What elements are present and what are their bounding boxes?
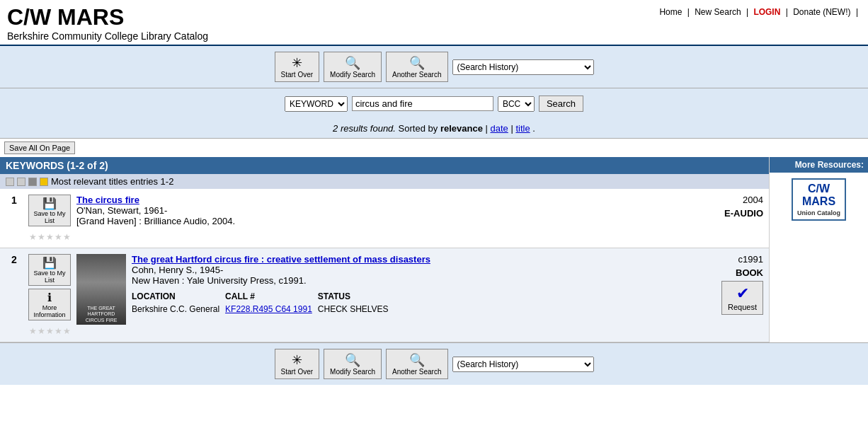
item-right-2: c1991 BOOK ✔ Request [699, 254, 763, 315]
search-history-select[interactable]: (Search History) [452, 59, 594, 75]
nav-donate[interactable]: Donate (NEW!) [793, 7, 850, 17]
bottom-another-search-label: Another Search [392, 368, 442, 376]
nav-new-search[interactable]: New Search [695, 7, 741, 17]
start-over-icon: ✳ [292, 55, 302, 71]
save-btn-area-2: 💾 Save to My List ℹ More Information ★ ★… [28, 254, 71, 336]
star-2-4: ★ [55, 326, 62, 336]
sidebar-header: More Resources: [770, 157, 868, 173]
sort-date[interactable]: date [491, 123, 508, 134]
item-date-2: c1991 [707, 254, 763, 265]
request-label: Request [728, 303, 757, 311]
another-search-label: Another Search [392, 71, 442, 79]
another-search-icon: 🔍 [409, 55, 425, 71]
modify-search-icon: 🔍 [345, 55, 360, 71]
save-icon-2: 💾 [32, 256, 67, 270]
top-bar: C/W MARS Berkshire Community College Lib… [0, 0, 868, 46]
star-4: ★ [55, 232, 62, 242]
result-item-1: 1 💾 Save to My List ★ ★ ★ ★ ★ The circus… [0, 189, 769, 248]
star-2-5: ★ [63, 326, 71, 336]
start-over-label: Start Over [281, 71, 314, 79]
request-button-2[interactable]: ✔ Request [721, 281, 763, 315]
save-all-button[interactable]: Save All On Page [4, 141, 75, 154]
more-info-button-2[interactable]: ℹ More Information [28, 289, 71, 320]
sort-relevance: relevance [440, 123, 483, 134]
item-thumbnail-2: THE GREATHARTFORDCIRCUS FIRE [76, 254, 126, 325]
bottom-another-search-icon: 🔍 [409, 352, 425, 368]
rating-icon-2 [17, 178, 25, 186]
rating-icon-1 [6, 178, 14, 186]
logo-mars: MARS [802, 195, 835, 207]
results-found: 2 results found. [333, 123, 396, 134]
bottom-start-over-button[interactable]: ✳ Start Over [275, 349, 320, 379]
sidebar-logo-area: C/W MARS Union Catalog [770, 173, 868, 226]
logo-area: C/W MARS Berkshire Community College Lib… [7, 4, 208, 42]
cw-mars-logo[interactable]: C/W MARS Union Catalog [792, 178, 846, 221]
call-header: CALL # [225, 290, 318, 303]
save-icon-1: 💾 [32, 197, 67, 210]
bottom-search-history-select[interactable]: (Search History) [452, 357, 594, 372]
search-input[interactable] [352, 96, 493, 111]
star-1: ★ [29, 232, 37, 242]
item-format-1: E-AUDIO [724, 208, 763, 219]
item-right-1: 2004 E-AUDIO [699, 195, 763, 219]
info-icon-2: ℹ [32, 291, 67, 304]
location-table-2: LOCATION CALL # STATUS Berkshire C.C. Ge… [132, 290, 394, 316]
star-rating-1: ★ ★ ★ ★ ★ [29, 232, 71, 242]
rating-icon-4 [40, 178, 48, 186]
item-pub-2: New Haven : Yale University Press, c1991… [132, 275, 694, 286]
check-icon: ✔ [736, 284, 749, 303]
bottom-modify-search-button[interactable]: 🔍 Modify Search [324, 349, 382, 379]
star-2: ★ [38, 232, 45, 242]
item-title-1[interactable]: The circus fire [76, 195, 694, 205]
save-btn-area-1: 💾 Save to My List ★ ★ ★ ★ ★ [28, 195, 71, 242]
another-search-button[interactable]: 🔍 Another Search [386, 52, 448, 82]
star-5: ★ [63, 232, 71, 242]
item-pub-1: [Grand Haven] : Brilliance Audio, 2004. [76, 216, 694, 226]
item-number-2: 2 [6, 254, 23, 265]
modify-search-label: Modify Search [330, 71, 375, 79]
bottom-modify-search-label: Modify Search [330, 368, 375, 376]
location-value: Berkshire C.C. General [132, 303, 225, 316]
bottom-modify-search-icon: 🔍 [345, 352, 360, 368]
star-2-3: ★ [46, 326, 54, 336]
bottom-another-search-button[interactable]: 🔍 Another Search [386, 349, 448, 379]
logo-cw: C/W [808, 183, 830, 195]
sort-title[interactable]: title [515, 123, 530, 134]
nav-links: Home | New Search | LOGIN | Donate (NEW!… [659, 4, 861, 17]
keyword-type-select[interactable]: KEYWORD AUTHOR TITLE SUBJECT [285, 96, 348, 112]
star-3: ★ [46, 232, 54, 242]
save-to-list-button-1[interactable]: 💾 Save to My List [28, 195, 71, 226]
most-relevant-text: Most relevant titles entries 1-2 [51, 176, 173, 187]
modify-search-button[interactable]: 🔍 Modify Search [324, 52, 382, 82]
call-number-link[interactable]: KF228.R495 C64 1991 [225, 304, 312, 314]
nav-home[interactable]: Home [659, 7, 682, 17]
item-details-2: The great Hartford circus fire : creativ… [132, 254, 694, 316]
logo-union: Union Catalog [797, 209, 840, 216]
start-over-button[interactable]: ✳ Start Over [275, 52, 320, 82]
search-button[interactable]: Search [539, 96, 583, 112]
item-title-2[interactable]: The great Hartford circus fire : creativ… [132, 254, 694, 265]
top-toolbar: ✳ Start Over 🔍 Modify Search 🔍 Another S… [0, 46, 868, 88]
star-2-2: ★ [38, 326, 45, 336]
item-number-1: 1 [6, 195, 23, 206]
item-author-2: Cohn, Henry S., 1945- [132, 265, 694, 275]
save-to-list-button-2[interactable]: 💾 Save to My List [28, 254, 71, 286]
library-select[interactable]: BCC ALL [498, 96, 535, 112]
site-title: C/W MARS [7, 4, 208, 30]
keywords-header: KEYWORDS (1-2 of 2) [0, 157, 769, 174]
location-header: LOCATION [132, 290, 225, 303]
nav-login[interactable]: LOGIN [753, 7, 780, 17]
results-info: 2 results found. Sorted by relevance | d… [0, 119, 868, 139]
bottom-start-over-label: Start Over [281, 368, 314, 376]
bottom-toolbar: ✳ Start Over 🔍 Modify Search 🔍 Another S… [0, 342, 868, 385]
thumb-text-2: THE GREATHARTFORDCIRCUS FIRE [84, 304, 119, 325]
main-layout: KEYWORDS (1-2 of 2) Most relevant titles… [0, 157, 868, 342]
sidebar: More Resources: C/W MARS Union Catalog [769, 157, 868, 342]
site-subtitle: Berkshire Community College Library Cata… [7, 30, 208, 42]
search-bar: KEYWORD AUTHOR TITLE SUBJECT BCC ALL Sea… [0, 88, 868, 119]
status-value: CHECK SHELVES [318, 303, 394, 316]
item-author-1: O'Nan, Stewart, 1961- [76, 205, 694, 216]
result-item-2: 2 💾 Save to My List ℹ More Information ★… [0, 248, 769, 342]
sorted-by-text: Sorted by [399, 123, 438, 134]
results-area: KEYWORDS (1-2 of 2) Most relevant titles… [0, 157, 769, 342]
